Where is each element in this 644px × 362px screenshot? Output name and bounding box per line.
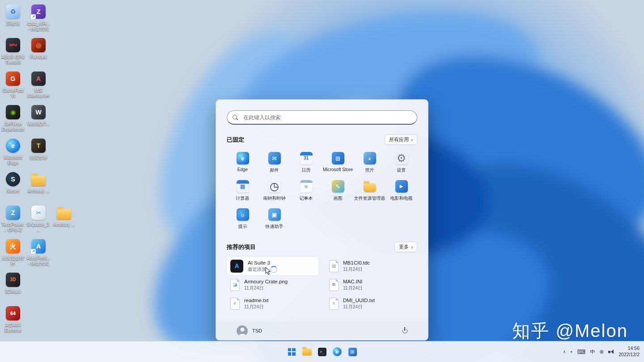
desktop-icon-image: 64 <box>5 305 21 321</box>
chevron-up-icon[interactable]: ∧ <box>563 350 566 354</box>
desktop-icon[interactable]: Armoury ... <box>52 205 76 227</box>
terminal-icon: >_ <box>318 348 326 356</box>
app-icon: e <box>237 152 249 164</box>
desktop-icon[interactable]: ✂ Snipaste_2... <box>26 205 51 233</box>
desktop-icon[interactable]: e Microsoft Edge <box>1 138 25 166</box>
app-icon: ⊞ <box>332 152 344 164</box>
recommended-item[interactable]: ◪ Armoury Crate.png 11月24日 <box>227 275 318 294</box>
desktop-icon[interactable]: ♻ 回收站 <box>1 4 25 26</box>
recommended-item[interactable]: ▤ MB1CI0.tdc 11月24日 <box>326 257 417 275</box>
desktop-icon[interactable]: GPU ASUS GPU TweakII <box>1 37 25 65</box>
desktop-icon-image <box>30 171 47 187</box>
security-tray-icon[interactable]: ● <box>570 350 572 354</box>
pinned-app[interactable]: 31 日历 <box>290 149 322 177</box>
chevron-right-icon: › <box>411 137 413 143</box>
app-icon-glyph: ◎ <box>36 42 41 48</box>
pinned-app-icon: ⊞ <box>331 151 345 165</box>
desktop-icon[interactable]: Z cpuz_x64... - 快捷方式 <box>26 4 51 32</box>
pinned-app[interactable]: ✉ 邮件 <box>258 149 290 177</box>
pinned-app-icon <box>363 179 377 194</box>
start-search-input[interactable] <box>227 110 417 125</box>
desktop-icon[interactable]: S Steam <box>1 171 25 194</box>
pinned-app-icon: e <box>236 151 250 165</box>
app-icon-glyph: A <box>36 243 41 249</box>
app-icon: A <box>31 72 46 86</box>
app-icon-glyph: ◷ <box>270 181 279 192</box>
desktop-icon[interactable]: 火 火绒安全软件 <box>1 238 25 266</box>
app-icon-glyph: e <box>11 143 15 149</box>
desktop-icon[interactable]: A AsusFestl... - 快捷方式 <box>26 238 51 266</box>
desktop-icon[interactable]: A MSI Afterburner <box>26 71 51 99</box>
desktop-icon-label: Armoury ... <box>28 189 50 194</box>
all-apps-button[interactable]: 所有应用 › <box>385 135 417 145</box>
desktop-icon-image: ✂ <box>30 205 47 221</box>
app-icon: G <box>6 72 20 86</box>
recommended-item[interactable]: A AI Suite 3 最近添加 <box>227 257 318 275</box>
recommended-item-title: MAC.INI <box>343 278 363 285</box>
pinned-app[interactable]: ▲ 照片 <box>354 149 386 177</box>
pinned-app[interactable]: 文件资源管理器 <box>354 177 386 206</box>
file-icon-glyph: A <box>234 263 239 269</box>
desktop-icon[interactable]: Z TechPower... GPU-Z <box>1 205 25 233</box>
app-icon-glyph: 64 <box>10 311 16 316</box>
app-icon-glyph: ♻ <box>10 8 16 15</box>
user-name: TSD <box>252 328 262 333</box>
desktop-icon[interactable]: G GameFirst VI <box>1 71 25 99</box>
pinned-app[interactable]: ≡ 记事本 <box>290 177 322 206</box>
pinned-app[interactable]: ▦ 计算器 <box>227 177 258 206</box>
microsoft-store-button[interactable]: ⊞ <box>345 343 360 361</box>
app-icon: ⚙ <box>395 152 408 164</box>
recommended-item[interactable]: ≡ DMI_UUID.txt 11月24日 <box>326 294 417 313</box>
pinned-app[interactable]: ◷ 闹钟和时钟 <box>258 177 290 206</box>
keyboard-tray-icon[interactable]: ⌨ <box>577 349 585 355</box>
pinned-app[interactable]: e Edge <box>227 149 258 177</box>
app-icon: 3D <box>6 273 20 287</box>
desktop-icon[interactable]: W WorldOfT... <box>26 104 51 127</box>
desktop-icon-image: Z <box>30 4 47 20</box>
volume-tray-icon[interactable] <box>608 349 614 354</box>
edge-button[interactable]: e <box>330 343 345 361</box>
app-icon: ✎ <box>332 180 344 193</box>
pinned-app[interactable]: ☼ 提示 <box>227 206 258 234</box>
desktop-icon[interactable]: Armoury ... <box>26 171 51 194</box>
desktop-icon[interactable]: 3D 3DMark <box>1 272 25 295</box>
app-icon <box>364 183 376 192</box>
app-icon-glyph: ✂ <box>36 210 41 216</box>
desktop-icon[interactable]: ◎ FurMark <box>26 37 51 60</box>
pinned-app[interactable]: ⊞ Microsoft Store <box>322 149 354 177</box>
clock[interactable]: 14:56 2022/12/2 <box>619 345 640 358</box>
power-button[interactable] <box>401 327 408 334</box>
pinned-app[interactable]: ▣ 快速助手 <box>258 206 290 234</box>
pinned-app-label: 日历 <box>302 167 311 173</box>
more-label: 更多 <box>399 244 409 250</box>
file-explorer-button[interactable] <box>299 343 314 361</box>
desktop-icon[interactable]: 64 AIDA64 Extreme <box>1 305 25 333</box>
pinned-app-label: 记事本 <box>300 195 313 202</box>
recommended-item[interactable]: ≡ readme.txt 11月24日 <box>227 294 318 313</box>
pinned-app-icon: ▲ <box>363 151 377 165</box>
terminal-button[interactable]: >_ <box>314 343 330 361</box>
pinned-app[interactable]: ⚙ 设置 <box>386 149 417 177</box>
recommended-item[interactable]: ⚙ MAC.INI 11月24日 <box>326 275 417 294</box>
all-apps-label: 所有应用 <box>389 136 409 143</box>
network-tray-icon[interactable]: ⊕ <box>599 349 604 354</box>
user-account-button[interactable]: TSD <box>237 325 262 337</box>
desktop-icon-image: ♻ <box>5 4 21 20</box>
ime-indicator[interactable]: 中 <box>590 349 595 355</box>
file-icon-glyph: ◪ <box>233 282 237 287</box>
desktop-icon[interactable]: ◉ GeForce Experience <box>1 104 25 132</box>
start-menu: 已固定 所有应用 › e Edge ✉ <box>216 99 428 341</box>
app-icon: T <box>31 139 46 153</box>
app-icon: ✂ <box>31 206 46 220</box>
pinned-app[interactable]: ✎ 画图 <box>322 177 354 206</box>
file-icon-glyph: ⚙ <box>332 282 336 287</box>
pinned-app[interactable]: ▶ 电影和电视 <box>386 177 417 206</box>
pinned-app-label: 快速助手 <box>266 223 284 230</box>
desktop-icon[interactable]: T 坦克世界 <box>26 138 51 160</box>
app-icon-glyph: ▦ <box>240 184 245 189</box>
more-button[interactable]: 更多 › <box>394 242 417 252</box>
start-button[interactable] <box>284 343 299 361</box>
start-menu-footer: TSD <box>216 321 428 340</box>
app-icon: W <box>31 105 46 119</box>
pinned-app-icon: ▣ <box>267 207 282 222</box>
